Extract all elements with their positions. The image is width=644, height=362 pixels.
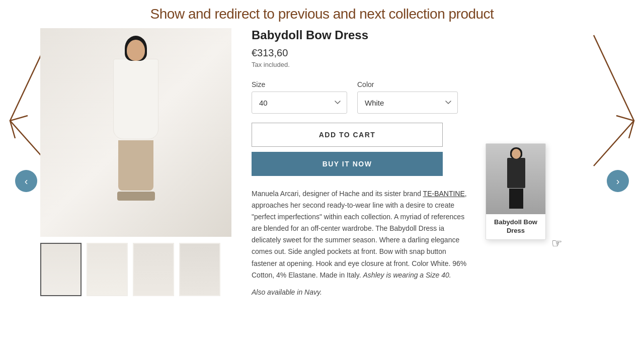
size-option-group: Size 40 36 38 42 44 [252,80,347,114]
size-select[interactable]: 40 36 38 42 44 [252,92,347,114]
color-option-group: Color White Navy Black [357,80,458,114]
next-chevron-icon: › [616,175,620,187]
cursor-hand-icon: ☞ [551,236,562,250]
thumbnail-2-image [88,244,127,295]
prev-product-button[interactable]: ‹ [15,170,37,192]
color-label: Color [357,80,458,88]
figure-shoes [117,192,155,201]
main-product-image [40,28,231,237]
size-note: Ashley is wearing a Size 40. [363,271,451,279]
also-available-note: Also available in Navy. [252,288,604,296]
dress-figure [86,40,186,226]
product-description: Manuela Arcari, designer of Hache and it… [252,188,468,281]
tooltip-figure-head [512,149,521,159]
thumbnail-3[interactable] [133,243,174,296]
tooltip-figure-legs [509,189,523,209]
product-title: Babydoll Bow Dress [252,28,604,42]
product-images-section [40,28,231,296]
next-product-tooltip: Babydoll Bow Dress [486,143,546,240]
tax-included-note: Tax included. [252,61,604,68]
size-label: Size [252,80,347,88]
tooltip-figure-body [507,158,525,188]
thumbnail-1[interactable] [40,243,82,296]
thumbnail-list [40,243,231,296]
thumbnail-4-image [180,244,219,295]
thumbnail-2[interactable] [87,243,128,296]
page-header-banner: Show and redirect to previous and next c… [0,0,644,28]
figure-head [127,40,145,61]
thumbnail-3-image [134,244,173,295]
buy-it-now-button[interactable]: BUY IT NOW [252,152,443,176]
color-select[interactable]: White Navy Black [357,92,458,114]
prev-chevron-icon: ‹ [25,175,28,187]
main-image-placeholder [40,28,231,237]
main-content: Babydoll Bow Dress €313,60 Tax included.… [0,28,644,296]
tooltip-product-name: Babydoll Bow Dress [486,214,545,239]
tooltip-product-image [486,144,546,214]
product-details-section: Babydoll Bow Dress €313,60 Tax included.… [252,28,604,296]
add-to-cart-button[interactable]: ADD TO CART [252,123,443,147]
brand-link[interactable]: TE-BANTINE [423,190,465,198]
product-price: €313,60 [252,47,604,59]
figure-body [113,59,158,139]
thumbnail-4[interactable] [179,243,220,296]
figure-legs [118,140,153,191]
next-product-button[interactable]: › [607,170,629,192]
thumbnail-1-image [41,244,80,295]
tooltip-figure [501,149,531,209]
product-options-row: Size 40 36 38 42 44 Color White Navy Bla… [252,80,604,114]
